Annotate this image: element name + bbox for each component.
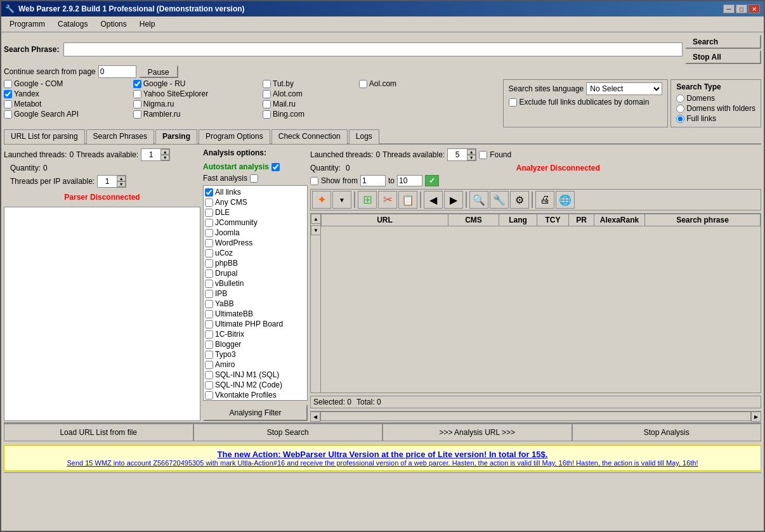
cms-vbulletin[interactable]: vBulletin xyxy=(205,278,306,289)
cms-phpbb[interactable]: phpBB xyxy=(205,258,306,268)
cms-ultimate-php-board[interactable]: Ultimate PHP Board xyxy=(205,319,306,329)
search-type-domens[interactable]: Domens xyxy=(676,94,755,103)
threads-per-ip-spinner[interactable]: ▲ ▼ xyxy=(97,175,126,188)
search-type-domens-folders[interactable]: Domens with folders xyxy=(676,104,755,113)
threads-per-ip-down[interactable]: ▼ xyxy=(117,181,126,187)
search-button[interactable]: Search xyxy=(685,35,761,49)
tab-search-phrases[interactable]: Search Phrases xyxy=(86,129,154,144)
engine-ramblerru[interactable]: Rambler.ru xyxy=(133,110,258,119)
menu-options[interactable]: Options xyxy=(95,18,132,30)
engine-alotcom[interactable]: Alot.com xyxy=(263,89,354,98)
col-header-lang[interactable]: Lang xyxy=(499,214,537,226)
scroll-right[interactable]: ▶ xyxy=(751,412,761,422)
cms-any-cms[interactable]: Any CMS xyxy=(205,197,306,207)
cms-yabb[interactable]: YaBB xyxy=(205,299,306,309)
autostart-checkbox[interactable] xyxy=(271,163,280,171)
tab-program-options[interactable]: Program Options xyxy=(199,129,270,144)
analyzer-threads-input[interactable] xyxy=(448,149,467,160)
minimize-button[interactable]: ─ xyxy=(723,4,735,13)
cms-typo3[interactable]: Typo3 xyxy=(205,349,306,360)
cms-blogger[interactable]: Blogger xyxy=(205,339,306,349)
cms-1c-bitrix[interactable]: 1C-Bitrix xyxy=(205,329,306,339)
col-header-search-phrase[interactable]: Search phrase xyxy=(645,214,761,226)
engine-google-com[interactable]: Google - COM xyxy=(4,79,128,88)
tab-parsing[interactable]: Parsing xyxy=(155,129,197,144)
tab-check-connection[interactable]: Check Connection xyxy=(271,129,348,144)
to-input[interactable] xyxy=(397,175,422,186)
cms-dle[interactable]: DLE xyxy=(205,207,306,217)
analysing-filter-button[interactable]: Analysing Filter xyxy=(203,405,308,421)
engine-mailru[interactable]: Mail.ru xyxy=(263,100,354,108)
cms-ultimatebb[interactable]: UltimateBB xyxy=(205,309,306,319)
found-checkbox[interactable] xyxy=(479,151,487,159)
menu-catalogs[interactable]: Catalogs xyxy=(52,18,93,30)
lang-select[interactable]: No Select English Russian xyxy=(586,82,662,95)
threads-spinner[interactable]: ▲ ▼ xyxy=(141,148,170,161)
toolbar-web-button[interactable]: 🌐 xyxy=(556,191,575,209)
exclude-checkbox[interactable] xyxy=(509,98,517,107)
analysis-url-button[interactable]: >>> Analysis URL >>> xyxy=(383,424,572,441)
cms-wordpress[interactable]: WordPress xyxy=(205,238,306,248)
analyzer-threads-spinner[interactable]: ▲ ▼ xyxy=(447,148,476,161)
threads-up[interactable]: ▲ xyxy=(160,149,169,155)
toolbar-delete-button[interactable]: ✂ xyxy=(378,191,397,209)
menu-help[interactable]: Help xyxy=(134,18,161,30)
promo-title[interactable]: The new Action: WebParser Ultra Version … xyxy=(8,450,757,459)
toolbar-search-button[interactable]: 🔍 xyxy=(469,191,488,209)
cms-ipb[interactable]: IPB xyxy=(205,289,306,299)
engine-tutby[interactable]: Tut.by xyxy=(263,79,354,88)
toolbar-forward-button[interactable]: ▶ xyxy=(444,191,463,209)
threads-per-ip-up[interactable]: ▲ xyxy=(117,176,126,181)
autostart-row[interactable]: Autostart analysis xyxy=(203,162,308,171)
stop-all-button[interactable]: Stop All xyxy=(685,50,761,64)
cms-drupal[interactable]: Drupal xyxy=(205,268,306,278)
fast-analysis-checkbox[interactable] xyxy=(250,174,258,183)
close-button[interactable]: ✕ xyxy=(749,4,760,13)
col-header-url[interactable]: URL xyxy=(322,214,448,226)
toolbar-back-button[interactable]: ◀ xyxy=(424,191,443,209)
menu-programm[interactable]: Programm xyxy=(4,18,51,30)
engine-googlesearch[interactable]: Google Search API xyxy=(4,110,128,119)
continue-page-input[interactable] xyxy=(98,65,136,78)
analyzer-threads-down[interactable]: ▼ xyxy=(467,155,476,160)
pause-button[interactable]: Pause xyxy=(139,65,178,78)
engine-google-ru[interactable]: Google - RU xyxy=(133,79,258,88)
toolbar-star-button[interactable]: ✦ xyxy=(312,191,331,209)
threads-down[interactable]: ▼ xyxy=(160,155,169,160)
cms-joomla[interactable]: Joomla xyxy=(205,228,306,238)
engine-yahoo[interactable]: Yahoo SiteExplorer xyxy=(133,89,258,98)
cms-sql-inj-m2[interactable]: SQL-INJ M2 (Code) xyxy=(205,380,306,390)
search-type-full-links[interactable]: Full links xyxy=(676,114,755,123)
tab-url-list[interactable]: URL List for parsing xyxy=(4,129,85,144)
col-header-cms[interactable]: CMS xyxy=(448,214,499,226)
col-header-pr[interactable]: PR xyxy=(569,214,594,226)
engine-bingcom[interactable]: Bing.com xyxy=(263,110,354,119)
cms-smf[interactable]: SMF xyxy=(205,400,306,401)
cms-all-links[interactable]: All links xyxy=(205,187,306,197)
col-header-tcy[interactable]: TCY xyxy=(537,214,569,226)
toolbar-filter-button[interactable]: ⚙ xyxy=(510,191,529,209)
toolbar-settings-button[interactable]: 🔧 xyxy=(490,191,509,209)
cms-ucoz[interactable]: uCoz xyxy=(205,248,306,258)
stop-search-button[interactable]: Stop Search xyxy=(193,424,383,441)
toolbar-dropdown-button[interactable]: ▼ xyxy=(332,191,351,209)
search-phrase-input[interactable] xyxy=(63,42,683,56)
scroll-left[interactable]: ◀ xyxy=(310,412,320,422)
toolbar-copy-button[interactable]: 📋 xyxy=(398,191,417,209)
cms-jcommunity[interactable]: JCommunity xyxy=(205,217,306,228)
engine-yandex[interactable]: Yandex xyxy=(4,89,128,98)
cms-amiro[interactable]: Amiro xyxy=(205,360,306,370)
maximize-button[interactable]: □ xyxy=(736,4,747,13)
toolbar-print-button[interactable]: 🖨 xyxy=(535,191,554,209)
cms-vkontakte[interactable]: Vkontakte Profiles xyxy=(205,390,306,400)
cms-sql-inj-m1[interactable]: SQL-INJ M1 (SQL) xyxy=(205,370,306,380)
toolbar-add-button[interactable]: ⊞ xyxy=(358,191,377,209)
row-up-button[interactable]: ▲ xyxy=(311,214,321,224)
threads-input[interactable] xyxy=(141,149,160,160)
row-down-button[interactable]: ▼ xyxy=(311,225,321,235)
engine-aolcom[interactable]: Aol.com xyxy=(359,79,446,88)
tab-logs[interactable]: Logs xyxy=(349,129,379,144)
from-input[interactable] xyxy=(360,175,386,186)
scroll-track[interactable] xyxy=(320,412,751,421)
analyzer-threads-up[interactable]: ▲ xyxy=(467,149,476,155)
